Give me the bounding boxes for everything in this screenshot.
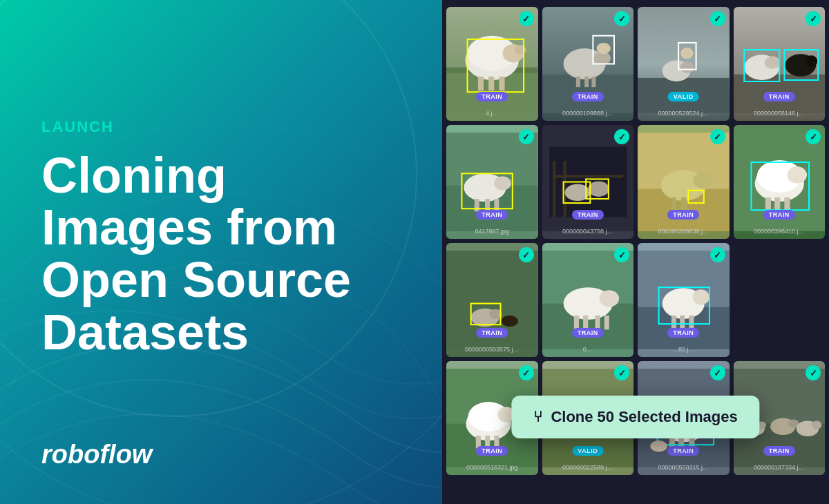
train-tag-3: TRAIN [763, 92, 795, 101]
check-badge-0 [519, 11, 534, 26]
clone-icon: ⑂ [533, 408, 542, 426]
img-label-12: 000000516321.jpg [446, 464, 538, 471]
clone-button-label: Clone 50 Selected Images [551, 408, 737, 426]
train-tag-0: TRAIN [476, 92, 508, 101]
img-label-0: 4.j… [446, 110, 538, 117]
check-badge-14 [710, 365, 725, 380]
brand-logo: roboflow [41, 440, 152, 469]
svg-rect-61 [765, 197, 770, 210]
svg-rect-62 [774, 197, 780, 210]
svg-point-81 [693, 289, 709, 304]
svg-rect-9 [478, 77, 484, 90]
image-card-10[interactable]: TRAIN …80.j… [638, 243, 730, 357]
svg-point-20 [596, 43, 610, 54]
svg-rect-83 [680, 316, 685, 328]
check-badge-4 [519, 129, 534, 144]
svg-point-47 [588, 181, 609, 196]
title-line3: Open Source [41, 252, 351, 307]
img-label-2: 000000528524.j… [638, 110, 730, 117]
img-label-14: 000000550315.j… [638, 464, 730, 471]
svg-rect-16 [575, 77, 580, 87]
svg-rect-43 [553, 161, 555, 217]
train-tag-8: TRAIN [476, 328, 508, 338]
check-badge-9 [614, 247, 629, 262]
svg-rect-84 [689, 316, 694, 328]
image-card-6[interactable]: TRAIN 000000268838.j… [638, 125, 730, 239]
image-card-4[interactable]: TRAIN 0417887.jpg [446, 125, 538, 239]
img-label-3: 000000058146.j… [734, 110, 826, 117]
svg-point-28 [764, 56, 779, 68]
img-label-7: 000000396410.j… [734, 228, 826, 235]
train-tag-10: TRAIN [667, 328, 699, 338]
check-badge-8 [519, 247, 534, 262]
svg-point-36 [494, 176, 511, 190]
image-card-8[interactable]: TRAIN 0000000503575.j… [446, 243, 538, 357]
title-line4: Datasets [41, 304, 249, 360]
check-badge-10 [710, 247, 725, 262]
train-tag-6: TRAIN [667, 210, 699, 220]
svg-point-108 [650, 440, 667, 452]
check-badge-2 [710, 11, 725, 26]
title-line2: Images from [41, 200, 337, 255]
img-label-13: 000000022589.j… [542, 464, 634, 471]
svg-point-73 [599, 290, 619, 307]
train-tag-7: TRAIN [763, 210, 795, 220]
svg-point-30 [804, 55, 817, 66]
check-badge-13 [614, 365, 629, 380]
img-label-8: 0000000503575.j… [446, 346, 538, 353]
main-title: Cloning Images from Open Source Datasets [41, 150, 401, 358]
svg-rect-17 [584, 77, 589, 87]
train-tag-5: TRAIN [572, 210, 604, 220]
image-card-2[interactable]: VALID 000000528524.j… [638, 7, 730, 121]
check-badge-6 [710, 129, 725, 144]
check-badge-12 [519, 365, 534, 380]
check-badge-3 [806, 11, 821, 26]
train-tag-1: TRAIN [572, 92, 604, 101]
image-card-1[interactable]: TRAIN 000000109888.j… [542, 7, 634, 121]
title-line1: Cloning [41, 148, 227, 203]
svg-rect-77 [604, 316, 609, 329]
img-label-5: 000000043758.j… [542, 228, 634, 235]
img-label-6: 000000268838.j… [638, 228, 730, 235]
svg-point-116 [812, 421, 821, 429]
svg-rect-11 [499, 77, 504, 90]
check-badge-1 [614, 11, 629, 26]
clone-button[interactable]: ⑂ Clone 50 Selected Images [511, 396, 759, 438]
train-tag-4: TRAIN [476, 210, 508, 220]
image-card-9[interactable]: TRAIN 0… [542, 243, 634, 357]
svg-point-53 [694, 173, 712, 188]
check-badge-7 [806, 129, 821, 144]
img-label-15: 000000187334.j… [734, 464, 826, 471]
svg-rect-54 [671, 197, 676, 210]
image-card-7[interactable]: TRAIN 000000396410.j… [734, 125, 826, 239]
image-card-0[interactable]: TRAIN 4.j… [446, 7, 538, 121]
right-panel: TRAIN 4.j… TRAIN [442, 0, 829, 504]
svg-point-68 [502, 316, 518, 327]
svg-point-60 [787, 166, 807, 183]
img-label-4: 0417887.jpg [446, 228, 538, 235]
img-label-1: 000000109888.j… [542, 110, 634, 117]
train-tag-9: TRAIN [572, 328, 604, 338]
valid-tag-13: VALID [572, 446, 603, 456]
image-card-3[interactable]: TRAIN 000000058146.j… [734, 7, 826, 121]
image-card-5[interactable]: TRAIN 000000043758.j… [542, 125, 634, 239]
left-panel: LAUNCH Cloning Images from Open Source D… [0, 0, 442, 504]
svg-rect-45 [553, 175, 623, 177]
svg-rect-63 [784, 197, 790, 210]
check-badge-5 [614, 129, 629, 144]
launch-label: LAUNCH [41, 118, 401, 136]
svg-point-23 [680, 61, 694, 72]
train-tag-14: TRAIN [667, 446, 699, 456]
svg-rect-10 [488, 77, 494, 90]
svg-rect-18 [591, 77, 595, 87]
img-label-9: 0… [542, 346, 634, 353]
img-label-10: …80.j… [638, 346, 730, 353]
train-tag-15: TRAIN [763, 446, 795, 456]
svg-rect-55 [681, 197, 686, 210]
svg-rect-82 [671, 316, 676, 328]
train-tag-12: TRAIN [476, 446, 508, 456]
svg-point-25 [680, 48, 693, 59]
check-badge-15 [806, 365, 821, 380]
valid-tag-2: VALID [668, 92, 699, 101]
